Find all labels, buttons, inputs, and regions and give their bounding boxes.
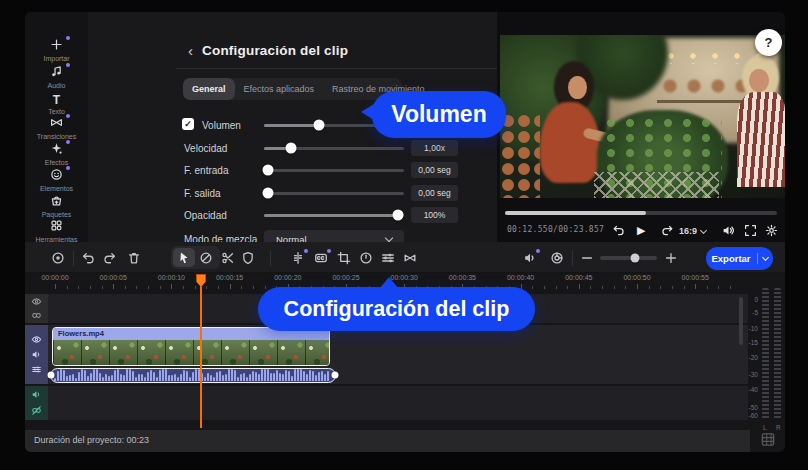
timeline-vertical-scrollbar[interactable]	[739, 297, 743, 345]
opacity-slider[interactable]	[264, 214, 404, 217]
undo-icon[interactable]	[81, 251, 95, 265]
meter-scale-label: -10	[749, 325, 758, 332]
export-button[interactable]: Exportar	[706, 247, 773, 270]
preview-timecode: 00:12.550/00:23.857	[507, 225, 604, 234]
record-icon[interactable]	[51, 251, 65, 265]
meter-scale-label: -40	[749, 386, 758, 393]
meter-scale: 0-5-10-15-20-30-40-50-60	[742, 282, 758, 422]
sidebar-item-label: Transiciones	[25, 133, 88, 140]
link-icon[interactable]	[31, 310, 42, 321]
zoom-in-plus-icon[interactable]	[664, 251, 678, 265]
sidebar-item-text[interactable]: T Texto	[25, 90, 88, 114]
speaker-icon[interactable]	[722, 224, 735, 237]
fade-out-slider-thumb[interactable]	[263, 188, 274, 199]
opacity-row: Opacidad 100%	[176, 206, 476, 224]
waveform-bar	[132, 371, 134, 381]
speaker-icon[interactable]	[31, 389, 42, 400]
sidebar-item-packages[interactable]: Paquetes	[25, 193, 88, 217]
gear-icon[interactable]	[765, 224, 778, 237]
opacity-value[interactable]: 100%	[411, 207, 458, 223]
video-woman-left-face	[568, 76, 587, 99]
aspect-ratio-selector[interactable]: 16:9	[679, 226, 706, 236]
opacity-slider-thumb[interactable]	[393, 210, 404, 221]
waveform-bar	[171, 375, 173, 381]
sidebar-item-tools[interactable]: Herramientas	[25, 218, 88, 242]
sidebar-item-elements[interactable]: Elementos	[25, 167, 88, 191]
step-back-icon[interactable]	[612, 224, 625, 237]
transition-bowtie-icon[interactable]	[403, 251, 417, 265]
audio-normalize-icon[interactable]	[291, 251, 305, 265]
waveform-bar	[159, 370, 161, 381]
waveform-bar	[60, 369, 62, 381]
play-button[interactable]: ▶	[637, 223, 650, 236]
zoom-slider-thumb[interactable]	[631, 254, 640, 263]
waveform-bar	[279, 373, 281, 381]
fade-out-row: F. salida 0,00 seg	[176, 184, 476, 202]
crop-icon[interactable]	[337, 251, 351, 265]
speed-value[interactable]: 1,00x	[411, 140, 458, 156]
eye-visibility-icon[interactable]	[31, 334, 42, 345]
tab-general[interactable]: General	[183, 78, 235, 100]
track-settings-icon[interactable]	[31, 364, 42, 375]
preview-video-frame[interactable]	[500, 35, 785, 198]
waveform-bar	[270, 373, 272, 381]
clip-trim-handle-left[interactable]	[48, 372, 55, 379]
waveform-bar	[195, 369, 197, 381]
speed-slider[interactable]	[264, 147, 404, 150]
meter-scale-label: -50	[749, 404, 758, 411]
waveform-bar	[297, 369, 299, 381]
ruler-tick	[136, 286, 137, 289]
disable-tool-icon[interactable]	[199, 251, 213, 265]
fullscreen-icon[interactable]	[744, 224, 757, 237]
preview-seek-bar[interactable]	[505, 211, 777, 215]
ruler-tick	[730, 286, 731, 289]
track3-lane[interactable]	[48, 386, 748, 420]
speed-slider-thumb[interactable]	[285, 143, 296, 154]
waveform-bar	[84, 370, 86, 381]
clip-speed-clock-icon[interactable]	[359, 251, 373, 265]
clip-settings-sliders-icon[interactable]	[381, 251, 395, 265]
video-clip[interactable]: Flowers.mp4	[52, 327, 330, 366]
meter-channel-right-label: R	[776, 424, 781, 431]
back-chevron-icon[interactable]: ‹	[188, 43, 193, 59]
audio-mixer-speaker-icon[interactable]	[523, 251, 537, 265]
zoom-out-minus-icon[interactable]	[580, 251, 594, 265]
ruler-tick	[67, 286, 68, 289]
pointer-tool-icon[interactable]	[177, 251, 191, 265]
text-T-icon: T	[50, 94, 63, 107]
trash-icon[interactable]	[127, 251, 141, 265]
ruler-tick	[125, 286, 126, 289]
timeline-zoom-slider[interactable]	[600, 256, 657, 260]
sidebar-item-transitions[interactable]: Transiciones	[25, 115, 88, 139]
color-chroma-icon[interactable]	[550, 251, 564, 265]
sidebar-item-audio[interactable]: Audio	[25, 64, 88, 88]
scissors-cut-icon[interactable]	[221, 251, 235, 265]
fade-in-slider-thumb[interactable]	[263, 165, 274, 176]
sidebar-item-effects[interactable]: Efectos	[25, 141, 88, 165]
video-clip-thumbnails	[53, 340, 329, 366]
redo-icon[interactable]	[103, 251, 117, 265]
step-forward-icon[interactable]	[661, 224, 674, 237]
callout-clip-settings-text: Configuración del clip	[284, 297, 510, 322]
fade-out-value[interactable]: 0,00 seg	[411, 185, 458, 201]
volume-slider-thumb[interactable]	[313, 120, 324, 131]
subtitles-cc-icon[interactable]	[314, 251, 328, 265]
fade-out-slider[interactable]	[264, 192, 404, 195]
ruler-tick	[195, 286, 196, 289]
sidebar-item-import[interactable]: Importar	[25, 37, 88, 61]
volume-checkbox[interactable]: ✓	[182, 118, 194, 130]
speaker-mute-icon[interactable]	[31, 349, 42, 360]
help-button[interactable]: ?	[755, 29, 782, 56]
meter-grid-icon[interactable]	[760, 432, 776, 447]
fade-in-slider[interactable]	[264, 169, 404, 172]
waveform-bar	[240, 374, 242, 381]
fade-in-value[interactable]: 0,00 seg	[411, 162, 458, 178]
eye-visibility-icon[interactable]	[31, 296, 42, 307]
waveform-bar	[210, 375, 212, 382]
audio-clip[interactable]	[50, 368, 336, 383]
tab-applied-effects[interactable]: Efectos aplicados	[235, 78, 324, 100]
clip-trim-handle-right[interactable]	[332, 372, 339, 379]
marker-shield-icon[interactable]	[241, 251, 255, 265]
ruler-tick	[695, 284, 696, 289]
link-broken-icon[interactable]	[31, 405, 42, 416]
